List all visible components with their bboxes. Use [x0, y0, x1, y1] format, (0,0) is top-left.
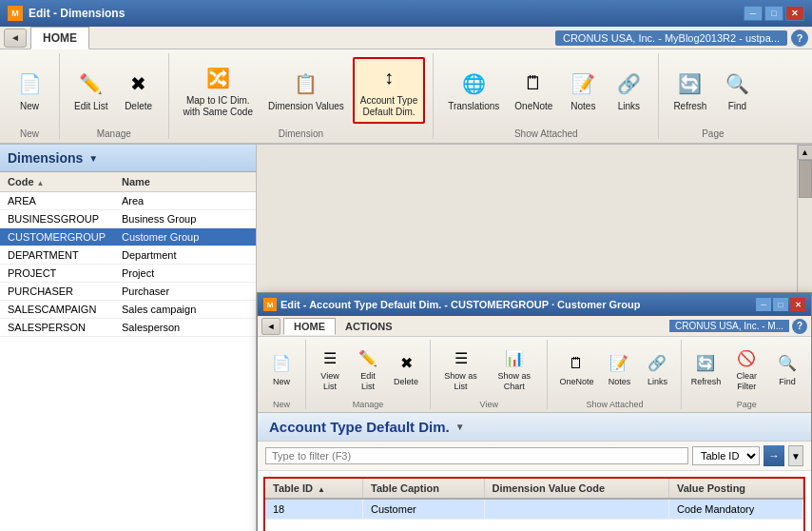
new-button[interactable]: 📄 New	[8, 64, 51, 117]
filter-input[interactable]	[265, 447, 688, 464]
dialog-links-button[interactable]: 🔗 Links	[639, 347, 675, 391]
new-icon: 📄	[14, 69, 45, 99]
dimensions-list: AREA Area BUSINESSGROUP Business Group C…	[0, 192, 256, 531]
cell-table-caption: Customer	[362, 499, 484, 520]
scroll-up-button[interactable]: ▲	[798, 145, 813, 160]
row-code: PROJECT	[8, 267, 122, 279]
dialog-title-bar: M Edit - Account Type Default Dim. - CUS…	[258, 293, 811, 316]
dialog-find-icon: 🔍	[775, 351, 800, 376]
row-code: PURCHASER	[8, 285, 122, 297]
dialog-back-button[interactable]: ◄	[261, 318, 280, 335]
dialog-ribbon-group-show-attached-buttons: 🗒 OneNote 📝 Notes 🔗 Links	[553, 340, 675, 398]
list-item[interactable]: PROJECT Project	[0, 265, 256, 283]
dialog-refresh-label: Refresh	[691, 377, 722, 387]
dialog-help-button[interactable]: ?	[792, 319, 807, 334]
dialog-clear-filter-icon: 🚫	[734, 345, 759, 370]
dialog-restore-button[interactable]: □	[773, 298, 788, 311]
dimensions-panel-header: Dimensions ▼	[0, 145, 256, 172]
map-to-ic-dim-button[interactable]: 🔀 Map to IC Dim.with Same Code	[177, 58, 260, 123]
dialog-show-as-chart-button[interactable]: 📊 Show as Chart	[487, 342, 541, 396]
notes-button[interactable]: 📝 Notes	[561, 64, 605, 117]
dimension-values-button[interactable]: 📋 Dimension Values	[261, 64, 351, 117]
dialog-links-label: Links	[648, 377, 667, 387]
col-header-value-posting[interactable]: Value Posting	[668, 479, 802, 499]
list-item[interactable]: SALESPERSON Salesperson	[0, 319, 256, 337]
ribbon-group-functions-label: Dimension	[177, 128, 426, 139]
refresh-label: Refresh	[673, 101, 706, 112]
filter-field-select[interactable]: Table ID	[692, 446, 760, 465]
row-name: Business Group	[122, 213, 248, 225]
edit-list-button[interactable]: ✏️ Edit List	[68, 64, 115, 117]
dialog-onenote-button[interactable]: 🗒 OneNote	[553, 347, 599, 391]
col-header-dimension-value-code[interactable]: Dimension Value Code	[484, 479, 668, 499]
dialog-delete-icon: ✖	[394, 351, 418, 376]
dimensions-panel-arrow[interactable]: ▼	[88, 153, 98, 164]
dialog-links-icon: 🔗	[645, 351, 669, 376]
scroll-thumb[interactable]	[799, 160, 812, 198]
row-name: Sales campaign	[122, 304, 248, 315]
back-button[interactable]: ◄	[4, 29, 27, 48]
ribbon-group-manage-label: Manage	[68, 128, 161, 139]
dialog-edit-list-icon: ✏️	[356, 345, 380, 370]
tab-home[interactable]: HOME	[30, 27, 89, 49]
ribbon-group-new-buttons: 📄 New	[8, 53, 51, 127]
account-type-default-dim-button[interactable]: ↕ Account TypeDefault Dim.	[353, 57, 425, 124]
filter-go-button[interactable]: →	[764, 445, 784, 466]
maximize-button[interactable]: □	[764, 6, 783, 21]
ribbon-group-show-attached-buttons: 🌐 Translations 🗒 OneNote 📝 Notes 🔗 Links	[441, 53, 650, 127]
data-table-container: Table ID ▲ Table Caption Dimension Value…	[263, 477, 805, 531]
col-header-table-caption[interactable]: Table Caption	[362, 479, 484, 499]
notes-icon: 📝	[568, 69, 598, 99]
dialog-close-button[interactable]: ✕	[790, 298, 805, 311]
sort-arrow-asc: ▲	[318, 485, 325, 494]
close-button[interactable]: ✕	[785, 6, 804, 21]
dialog-view-list-button[interactable]: ☰ View List	[312, 342, 348, 396]
links-label: Links	[618, 101, 640, 112]
dialog-show-as-list-button[interactable]: ☰ Show as List	[436, 342, 485, 396]
help-button[interactable]: ?	[791, 30, 808, 47]
dialog-edit-list-button[interactable]: ✏️ Edit List	[350, 342, 386, 396]
refresh-button[interactable]: 🔄 Refresh	[667, 64, 713, 117]
dialog-notes-icon: 📝	[607, 351, 631, 376]
ribbon-group-page: 🔄 Refresh 🔍 Find Page	[659, 53, 766, 139]
ribbon-group-functions-buttons: 🔀 Map to IC Dim.with Same Code 📋 Dimensi…	[177, 53, 426, 127]
list-item[interactable]: BUSINESSGROUP Business Group	[0, 210, 256, 228]
dialog-delete-button[interactable]: ✖ Delete	[388, 347, 424, 391]
cell-value-posting: Code Mandatory	[668, 499, 802, 520]
row-name: Purchaser	[122, 285, 248, 297]
list-item[interactable]: SALESCAMPAIGN Sales campaign	[0, 301, 256, 319]
dialog-page-title-arrow[interactable]: ▼	[455, 422, 465, 432]
minimize-button[interactable]: ─	[744, 6, 763, 21]
find-button[interactable]: 🔍 Find	[715, 64, 759, 117]
list-item[interactable]: DEPARTMENT Department	[0, 246, 256, 265]
row-name: Area	[122, 195, 248, 206]
links-button[interactable]: 🔗 Links	[607, 64, 650, 117]
window-title: Edit - Dimensions	[29, 7, 744, 20]
list-item[interactable]: PURCHASER Purchaser	[0, 283, 256, 301]
dialog-tab-actions[interactable]: ACTIONS	[336, 319, 402, 334]
list-item-selected[interactable]: CUSTOMERGROUP Customer Group	[0, 228, 256, 246]
dialog-new-button[interactable]: 📄 New	[263, 347, 300, 391]
dialog-notes-button[interactable]: 📝 Notes	[601, 347, 637, 391]
table-row[interactable]: 18 Customer Code Mandatory	[265, 499, 803, 520]
dialog-refresh-button[interactable]: 🔄 Refresh	[687, 347, 724, 391]
account-type-label: Account TypeDefault Dim.	[360, 95, 417, 118]
dialog-clear-filter-button[interactable]: 🚫 Clear Filter	[725, 342, 767, 396]
ribbon-group-new-label: New	[8, 128, 51, 139]
dialog-ribbon-group-page-buttons: 🔄 Refresh 🚫 Clear Filter 🔍 Find	[687, 340, 805, 398]
dialog-show-as-list-label: Show as List	[442, 371, 479, 392]
dialog-minimize-button[interactable]: ─	[756, 298, 771, 311]
dialog-find-button[interactable]: 🔍 Find	[769, 347, 805, 391]
col-header-name: Name	[122, 176, 248, 187]
row-code: SALESCAMPAIGN	[8, 304, 122, 315]
row-name: Salesperson	[122, 322, 248, 333]
onenote-button[interactable]: 🗒 OneNote	[508, 64, 559, 117]
dialog-tab-home[interactable]: HOME	[283, 318, 336, 335]
list-item[interactable]: AREA Area	[0, 192, 256, 210]
row-name: Customer Group	[122, 231, 248, 243]
dialog-ribbon-group-new-buttons: 📄 New	[263, 340, 300, 398]
filter-scroll-down-button[interactable]: ▼	[788, 445, 803, 466]
delete-button[interactable]: ✖ Delete	[117, 64, 161, 117]
translations-button[interactable]: 🌐 Translations	[441, 64, 506, 117]
col-header-table-id[interactable]: Table ID ▲	[265, 479, 362, 499]
